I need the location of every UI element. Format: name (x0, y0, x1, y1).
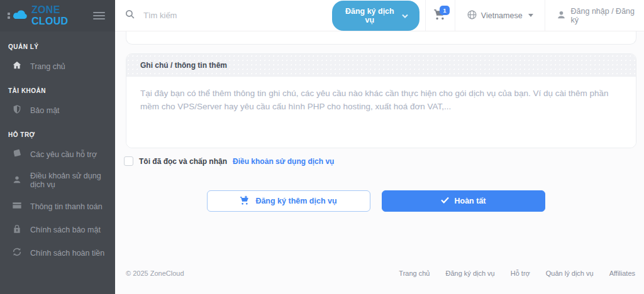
footer: © 2025 ZoneCloud Trang chủ Đăng ký dịch … (126, 270, 635, 277)
globe-icon (467, 9, 477, 22)
lock-icon (12, 224, 22, 236)
cart-button[interactable]: 1 (426, 0, 455, 31)
brand-name: ZONE CLOUD (31, 4, 93, 27)
sidebar-section-quan-ly: QUẢN LÝ (0, 34, 115, 55)
person-icon (557, 10, 566, 21)
sidebar-toggle-hamburger-icon[interactable] (93, 10, 105, 21)
chevron-down-icon (402, 11, 408, 20)
complete-button[interactable]: Hoàn tất (382, 190, 545, 212)
sidebar-item-dieu-khoan[interactable]: Điều khoản sử dụng dịch vụ (0, 166, 115, 195)
caret-down-icon (528, 14, 533, 17)
footer-link-trang-chu[interactable]: Trang chủ (399, 270, 430, 277)
topbar: Đăng ký dịch vụ 1 Vietnamese Đăng nhập /… (115, 0, 644, 31)
notes-section: Ghi chú / thông tin thêm (126, 53, 636, 148)
terms-of-service-link[interactable]: Điều khoản sử dụng dịch vụ (233, 157, 334, 166)
language-label: Vietnamese (481, 11, 523, 20)
sidebar-item-hoan-tien[interactable]: Chính sách hoàn tiền (0, 241, 115, 264)
notes-body (126, 77, 636, 148)
sidebar-section-ho-tro: HỖ TRỢ (0, 122, 115, 143)
shield-icon (12, 104, 22, 116)
terms-checkbox[interactable] (124, 156, 133, 166)
terms-row: Tôi đã đọc và chấp nhận Điều khoản sử dụ… (124, 156, 334, 166)
brand-logo[interactable]: ZONE CLOUD (8, 4, 93, 27)
terms-text: Tôi đã đọc và chấp nhận (139, 157, 227, 166)
app-window: ZONE CLOUD QUẢN LÝ Trang chủ TÀI KHOẢN B… (0, 0, 644, 294)
cart-plus-icon (240, 195, 250, 207)
sidebar-section-tai-khoan: TÀI KHOẢN (0, 78, 115, 99)
refund-icon (12, 247, 22, 259)
user-icon (12, 175, 22, 187)
sidebar-item-trang-chu[interactable]: Trang chủ (0, 55, 115, 78)
footer-link-affiliates[interactable]: Affiliates (609, 270, 635, 277)
add-more-services-button[interactable]: Đăng ký thêm dịch vụ (207, 190, 370, 212)
notes-textarea[interactable] (126, 77, 636, 148)
sidebar-item-bao-mat[interactable]: Bảo mật (0, 99, 115, 122)
cart-badge: 1 (440, 6, 450, 15)
footer-links: Trang chủ Đăng ký dịch vụ Hỗ trợ Quản lý… (399, 270, 635, 277)
search-icon (125, 9, 135, 22)
login-register-button[interactable]: Đăng nhập / Đăng ký (545, 0, 644, 31)
notes-section-title: Ghi chú / thông tin thêm (126, 54, 636, 77)
sidebar-item-yeu-cau-ho-tro[interactable]: Các yêu cầu hỗ trợ (0, 143, 115, 166)
sidebar-item-chinh-sach-bao-mat[interactable]: Chính sách bảo mật (0, 218, 115, 241)
topbar-right: Đăng ký dịch vụ 1 Vietnamese Đăng nhập /… (332, 0, 644, 31)
search-box (115, 0, 332, 31)
sidebar-item-thanh-toan[interactable]: Thông tin thanh toán (0, 195, 115, 218)
copyright: © 2025 ZoneCloud (126, 270, 184, 277)
previous-card-bottom (126, 31, 636, 45)
credit-card-icon (12, 200, 22, 212)
register-service-button[interactable]: Đăng ký dịch vụ (332, 1, 419, 31)
logo-chip-icon (8, 13, 10, 19)
search-input[interactable] (143, 11, 332, 20)
sidebar: ZONE CLOUD QUẢN LÝ Trang chủ TÀI KHOẢN B… (0, 0, 115, 294)
support-tickets-icon (12, 148, 22, 160)
main-content: Ghi chú / thông tin thêm Tôi đã đọc và c… (115, 31, 644, 294)
sidebar-nav: QUẢN LÝ Trang chủ TÀI KHOẢN Bảo mật HỖ T… (0, 31, 115, 264)
cloud-logo-icon (12, 9, 28, 23)
login-register-label: Đăng nhập / Đăng ký (571, 7, 635, 24)
action-buttons: Đăng ký thêm dịch vụ Hoàn tất (115, 190, 636, 212)
footer-link-dang-ky-dich-vu[interactable]: Đăng ký dịch vụ (445, 270, 494, 277)
check-icon (441, 197, 449, 205)
sidebar-header: ZONE CLOUD (0, 0, 115, 31)
home-icon (12, 60, 22, 72)
language-selector[interactable]: Vietnamese (455, 0, 545, 31)
footer-link-ho-tro[interactable]: Hỗ trợ (511, 270, 530, 277)
footer-link-quan-ly-dich-vu[interactable]: Quản lý dịch vụ (546, 270, 594, 277)
